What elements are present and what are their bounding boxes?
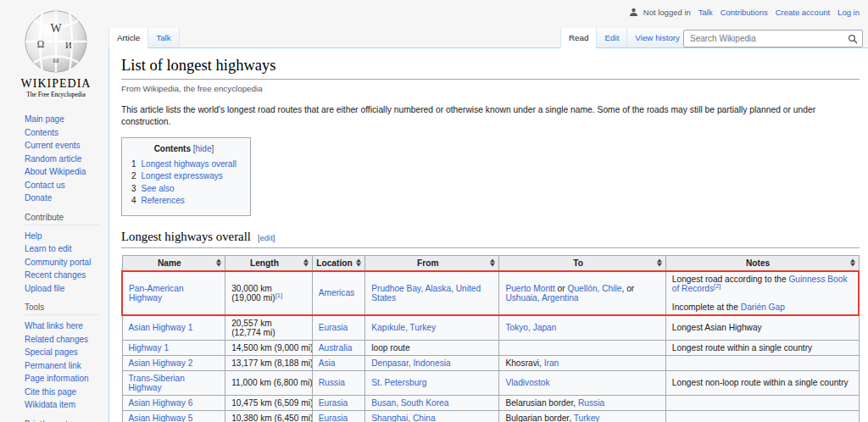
sidebar-item-recent-changes[interactable]: Recent changes bbox=[25, 270, 86, 280]
wiki-link[interactable]: Asian Highway 6 bbox=[129, 398, 193, 408]
sidebar-nav: Main pageContentsCurrent eventsRandom ar… bbox=[0, 112, 108, 422]
toc-link-references[interactable]: References bbox=[142, 196, 185, 205]
wiki-link[interactable]: Denpasar, Indonesia bbox=[371, 358, 450, 368]
sidebar-item-cite-this-page[interactable]: Cite this page bbox=[25, 387, 76, 397]
wiki-link[interactable]: Americas bbox=[319, 288, 354, 297]
toc-title: Contents bbox=[154, 144, 191, 153]
table-row: Asian Highway 120,557 km(12,774 mi)Euras… bbox=[122, 315, 859, 341]
sidebar-item-contents[interactable]: Contents bbox=[25, 128, 58, 137]
wiki-link[interactable]: Pan-American Highway bbox=[129, 284, 184, 303]
sidebar-item-what-links-here[interactable]: What links here bbox=[25, 321, 83, 330]
wiki-link[interactable]: Tokyo, Japan bbox=[505, 323, 556, 332]
sidebar-item-community-portal[interactable]: Community portal bbox=[25, 258, 91, 267]
sidebar-item-wikidata-item[interactable]: Wikidata item bbox=[25, 400, 75, 409]
personal-link-talk[interactable]: Talk bbox=[698, 8, 713, 17]
sidebar-item-page-information[interactable]: Page information bbox=[25, 374, 89, 383]
sidebar-item-upload-file[interactable]: Upload file bbox=[25, 284, 64, 293]
sidebar-item-help[interactable]: Help bbox=[25, 231, 42, 241]
sort-icon[interactable] bbox=[490, 259, 495, 267]
wiki-link[interactable]: Shanghai, China bbox=[371, 414, 435, 422]
tab-article[interactable]: Article bbox=[108, 28, 148, 48]
sidebar-item-main-page[interactable]: Main page bbox=[25, 114, 64, 124]
toc-item: 1Longest highways overall bbox=[131, 158, 236, 171]
wiki-link[interactable]: Iran bbox=[544, 358, 559, 368]
sidebar-section-navigation: Main pageContentsCurrent eventsRandom ar… bbox=[25, 112, 108, 204]
user-icon bbox=[629, 8, 638, 17]
cell-name: Asian Highway 1 bbox=[122, 315, 225, 341]
wiki-link[interactable]: Puerto Montt bbox=[505, 284, 554, 293]
wiki-link[interactable]: Darién Gap bbox=[741, 303, 785, 312]
wiki-link[interactable]: Busan, South Korea bbox=[371, 398, 448, 408]
wiki-link[interactable]: Kapıkule, Turkey bbox=[371, 323, 436, 332]
toc-link-longest-expressways[interactable]: Longest expressways bbox=[142, 171, 223, 180]
sidebar-item-donate[interactable]: Donate bbox=[25, 193, 52, 203]
tab-edit[interactable]: Edit bbox=[597, 28, 627, 47]
sort-icon[interactable] bbox=[356, 259, 361, 267]
wiki-link[interactable]: Asian Highway 5 bbox=[129, 414, 193, 422]
wiki-link[interactable]: Australia bbox=[319, 343, 353, 353]
column-header-length[interactable]: Length bbox=[225, 255, 313, 271]
sidebar-item-random-article[interactable]: Random article bbox=[25, 154, 81, 164]
wikipedia-logo[interactable]: W Ω И ω WIKIPEDIA The Free Encyclopedia bbox=[0, 0, 103, 98]
wiki-link[interactable]: Turkey bbox=[574, 414, 600, 422]
column-label: Notes bbox=[746, 258, 770, 268]
wiki-link[interactable]: Asian Highway 2 bbox=[129, 358, 193, 368]
sort-icon[interactable] bbox=[216, 259, 221, 267]
wiki-link[interactable]: Ushuaia, Argentina bbox=[505, 293, 578, 303]
wiki-link[interactable]: Vladivostok bbox=[505, 378, 549, 387]
sort-icon[interactable] bbox=[303, 259, 309, 267]
search-input[interactable] bbox=[688, 33, 848, 44]
not-logged-in-label: Not logged in bbox=[643, 8, 691, 17]
sidebar-item-current-events[interactable]: Current events bbox=[25, 141, 81, 150]
personal-link-contributions[interactable]: Contributions bbox=[721, 8, 768, 17]
tab-talk[interactable]: Talk bbox=[148, 28, 179, 47]
search-box[interactable] bbox=[683, 30, 863, 47]
sort-icon[interactable] bbox=[850, 259, 855, 267]
wiki-link[interactable]: Russia bbox=[578, 398, 604, 408]
cell-name: Trans-Siberian Highway bbox=[122, 370, 225, 395]
cell-location: Asia bbox=[312, 355, 365, 370]
wiki-link[interactable]: Eurasia bbox=[319, 398, 348, 408]
wiki-link[interactable]: Asian Highway 1 bbox=[129, 323, 193, 332]
cell-text: Bulgarian border, bbox=[505, 414, 573, 422]
sidebar-item-permanent-link[interactable]: Permanent link bbox=[25, 361, 81, 370]
wiki-link[interactable]: St. Petersburg bbox=[371, 378, 426, 387]
wiki-link[interactable]: [2] bbox=[714, 281, 721, 289]
sidebar-item-contact-us[interactable]: Contact us bbox=[25, 180, 65, 190]
sidebar-item-about-wikipedia[interactable]: About Wikipedia bbox=[25, 167, 86, 176]
sidebar-item-learn-to-edit[interactable]: Learn to edit bbox=[25, 244, 72, 253]
sidebar-item-special-pages[interactable]: Special pages bbox=[25, 347, 78, 357]
cell-paragraph: 10,475 km (6,509 mi) bbox=[231, 398, 306, 408]
column-header-name[interactable]: Name bbox=[122, 255, 225, 271]
personal-link-log-in[interactable]: Log in bbox=[837, 8, 860, 17]
toc-hide-toggle[interactable]: hide bbox=[196, 144, 212, 153]
personal-link-create-account[interactable]: Create account bbox=[776, 8, 830, 17]
cell-paragraph: Busan, South Korea bbox=[371, 398, 492, 408]
wiki-link[interactable]: Asia bbox=[319, 358, 336, 368]
wiki-link[interactable]: Eurasia bbox=[319, 414, 348, 422]
column-header-location[interactable]: Location bbox=[312, 255, 365, 271]
wiki-link[interactable]: Highway 1 bbox=[129, 343, 170, 353]
wiki-link[interactable]: Russia bbox=[319, 378, 345, 387]
cell-text: (12,774 mi) bbox=[231, 328, 275, 337]
wiki-link[interactable]: Prudhoe Bay, Alaska, United States bbox=[371, 284, 481, 303]
cell-paragraph: Eurasia bbox=[319, 414, 359, 422]
cell-text: 13,177 km (8,188 mi) bbox=[231, 358, 312, 368]
column-header-notes[interactable]: Notes bbox=[665, 255, 859, 271]
edit-section-link[interactable]: edit bbox=[260, 233, 273, 242]
column-header-to[interactable]: To bbox=[499, 255, 665, 271]
toc-link-see-also[interactable]: See also bbox=[142, 184, 175, 193]
toc-link-longest-highways-overall[interactable]: Longest highways overall bbox=[142, 159, 236, 169]
wiki-link[interactable]: Quellón, Chile bbox=[567, 284, 621, 293]
wiki-link[interactable]: Eurasia bbox=[319, 323, 348, 332]
tab-view-history[interactable]: View history bbox=[627, 28, 688, 47]
search-icon[interactable] bbox=[848, 34, 858, 44]
sort-icon[interactable] bbox=[657, 259, 662, 267]
column-header-from[interactable]: From bbox=[365, 255, 499, 271]
wiki-link[interactable]: Trans-Siberian Highway bbox=[129, 374, 185, 392]
cell-from: Prudhoe Bay, Alaska, United States bbox=[365, 271, 499, 315]
wiki-link[interactable]: [1] bbox=[275, 291, 282, 298]
tab-read[interactable]: Read bbox=[560, 28, 597, 48]
cell-location: Americas bbox=[312, 271, 365, 315]
sidebar-item-related-changes[interactable]: Related changes bbox=[25, 335, 88, 344]
